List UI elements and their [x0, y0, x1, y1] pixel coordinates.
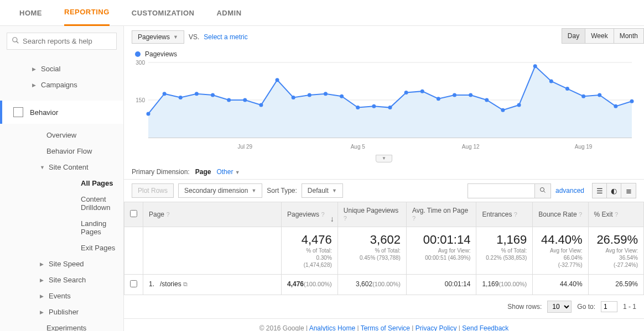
svg-text:150: 150 [136, 97, 145, 103]
chart-drag-handle[interactable]: ▼ [376, 155, 392, 162]
table-row[interactable]: 1. /stories ⧉ 4,476(100.00%) 3,602(100.0… [124, 275, 644, 295]
row-checkbox[interactable] [130, 280, 137, 287]
svg-point-7 [147, 112, 150, 115]
sort-type-select[interactable]: Default▼ [302, 183, 343, 198]
svg-point-24 [420, 90, 424, 93]
table-toolbar: Plot Rows Secondary dimension▼ Sort Type… [124, 179, 644, 202]
sidebar-item-site-content[interactable]: ▼Site Content [34, 159, 123, 175]
sidebar-item-overview[interactable]: Overview [34, 127, 123, 143]
totals-row: 4,476% of Total:0.30%(1,474,628) 3,602% … [124, 227, 644, 275]
svg-text:Jul 29: Jul 29 [237, 144, 252, 150]
help-icon[interactable]: ? [321, 211, 324, 218]
col-unique[interactable]: Unique Pageviews ? [337, 202, 406, 227]
help-icon[interactable]: ? [412, 215, 416, 222]
help-icon[interactable]: ? [514, 211, 517, 218]
secondary-label: Secondary dimension [184, 187, 248, 195]
sidebar-item-site-search[interactable]: ▶Site Search [34, 272, 123, 288]
view-table-icon[interactable]: ☰ [593, 183, 607, 198]
svg-point-10 [195, 92, 199, 96]
col-bounce[interactable]: Bounce Rate ? [533, 202, 588, 227]
svg-point-23 [404, 91, 408, 94]
sidebar-label: Campaigns [41, 81, 77, 89]
search-input[interactable] [23, 37, 116, 45]
col-page[interactable]: Page ? [143, 202, 282, 227]
period-week[interactable]: Week [585, 29, 614, 43]
nav-admin[interactable]: ADMIN [216, 0, 241, 26]
primary-dim-page[interactable]: Page [195, 168, 211, 176]
svg-text:300: 300 [136, 60, 145, 66]
sidebar-label: Site Speed [49, 260, 84, 268]
period-month[interactable]: Month [614, 29, 643, 43]
svg-point-27 [469, 93, 472, 97]
table-search[interactable] [468, 183, 551, 198]
caret-right-icon: ▶ [40, 261, 45, 267]
svg-point-35 [598, 93, 601, 97]
help-icon[interactable]: ? [615, 211, 618, 218]
sidebar-item-all-pages[interactable]: All Pages [69, 175, 123, 191]
sidebar-item-exit-pages[interactable]: Exit Pages [69, 240, 123, 256]
select-metric-link[interactable]: Select a metric [204, 33, 247, 41]
col-label: Bounce Rate [538, 211, 577, 218]
plot-rows-button[interactable]: Plot Rows [132, 183, 174, 198]
sort-type-label: Sort Type: [267, 187, 297, 195]
sidebar-section-behavior[interactable]: Behavior [0, 101, 123, 124]
col-entrances[interactable]: Entrances ? [476, 202, 533, 227]
col-exit[interactable]: % Exit ? [588, 202, 643, 227]
sidebar-item-campaigns[interactable]: ▶Campaigns [0, 77, 123, 93]
sidebar-label: Events [49, 292, 71, 300]
svg-point-20 [356, 106, 360, 109]
sidebar-item-publisher[interactable]: ▶Publisher [34, 304, 123, 320]
row-page-path[interactable]: /stories [160, 280, 181, 288]
checkbox-header[interactable] [124, 202, 143, 227]
footer-analytics-home[interactable]: Analytics Home [309, 324, 355, 331]
row-checkbox-cell[interactable] [124, 275, 143, 295]
sidebar-item-content-drilldown[interactable]: Content Drilldown [69, 191, 123, 216]
select-all-checkbox[interactable] [130, 210, 137, 217]
total-value: 44.40% [538, 233, 582, 247]
total-entrances: 1,169% of Total:0.22% (538,853) [476, 227, 533, 275]
sidebar-label: Experiments [46, 324, 86, 331]
secondary-dimension-button[interactable]: Secondary dimension▼ [178, 183, 262, 198]
goto-input[interactable] [601, 301, 617, 312]
sidebar-label: Behavior Flow [46, 147, 92, 155]
sidebar-item-experiments[interactable]: Experiments [34, 320, 123, 331]
primary-dim-other[interactable]: Other ▼ [216, 168, 240, 176]
nav-home[interactable]: HOME [19, 0, 42, 26]
view-pie-icon[interactable]: ◐ [607, 183, 621, 198]
svg-point-25 [437, 97, 440, 101]
row-pageviews: 4,476(100.00%) [282, 275, 338, 295]
help-icon[interactable]: ? [166, 211, 169, 218]
table-search-go[interactable] [534, 184, 550, 198]
col-avg-time[interactable]: Avg. Time on Page ? [406, 202, 476, 227]
search-reports[interactable] [7, 33, 117, 50]
sidebar-item-landing-pages[interactable]: Landing Pages [69, 216, 123, 240]
sidebar-item-site-speed[interactable]: ▶Site Speed [34, 256, 123, 272]
popout-icon[interactable]: ⧉ [183, 281, 188, 287]
nav-reporting[interactable]: REPORTING [64, 0, 110, 26]
footer-feedback[interactable]: Send Feedback [462, 324, 508, 331]
total-unique: 3,602% of Total:0.45% (793,788) [337, 227, 406, 275]
period-day[interactable]: Day [562, 29, 585, 43]
sidebar-item-social[interactable]: ▶Social [0, 61, 123, 77]
primary-dimension-bar: Primary Dimension: Page Other ▼ [124, 162, 644, 179]
sidebar-item-behavior-flow[interactable]: Behavior Flow [34, 143, 123, 159]
col-pageviews[interactable]: Pageviews ?↓ [282, 202, 338, 227]
sidebar-item-events[interactable]: ▶Events [34, 288, 123, 304]
help-icon[interactable]: ? [344, 215, 347, 222]
nav-customization[interactable]: CUSTOMIZATION [132, 0, 195, 26]
table-search-input[interactable] [468, 184, 534, 198]
search-icon [12, 36, 19, 46]
view-bar-icon[interactable]: ≣ [621, 183, 636, 198]
chart-legend: Pageviews [124, 48, 644, 60]
footer-tos[interactable]: Terms of Service [361, 324, 410, 331]
advanced-link[interactable]: advanced [555, 187, 584, 195]
metric-selector[interactable]: Pageviews▼ [132, 30, 184, 44]
rows-select[interactable]: 10 [547, 301, 572, 313]
caret-right-icon: ▶ [40, 309, 45, 315]
footer-privacy[interactable]: Privacy Policy [416, 324, 457, 331]
svg-text:Aug 5: Aug 5 [351, 144, 366, 150]
sidebar-section-label: Behavior [30, 108, 58, 117]
sidebar-label: Publisher [49, 308, 79, 316]
col-label: Entrances [482, 211, 512, 218]
help-icon[interactable]: ? [579, 211, 582, 218]
